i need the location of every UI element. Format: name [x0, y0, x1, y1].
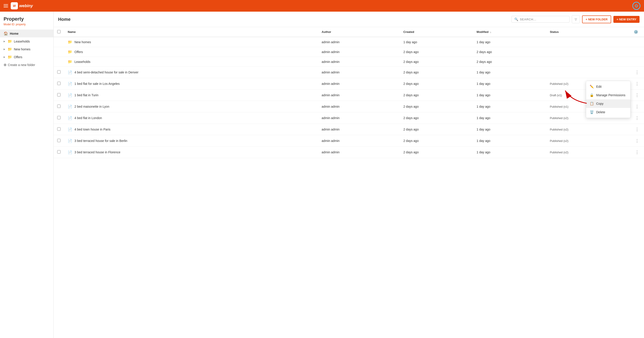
- col-status: Status: [546, 27, 630, 37]
- table-row: 📄 4 bed semi-detached house for sale in …: [54, 67, 644, 78]
- power-button[interactable]: ⏻: [632, 2, 640, 10]
- doc-icon: 📄: [68, 82, 72, 86]
- sidebar: Property Model ID: property 🏠 Home ▶ 📁 L…: [0, 12, 54, 338]
- logo-badge: W: [11, 2, 18, 10]
- manage-permissions-label: Manage Permissions: [596, 93, 626, 97]
- table-row: 📄 4 bed town house in Paris admin admin …: [54, 124, 644, 135]
- row-actions-cell: ⋮: [630, 112, 644, 124]
- table-row: 📄 1 bed flat for sale in Los Angeles adm…: [54, 78, 644, 90]
- table-row: 📄 2 bed maisonette in Lyon admin admin 2…: [54, 101, 644, 112]
- row-checkbox-cell: [54, 78, 64, 90]
- row-checkbox[interactable]: [57, 127, 60, 131]
- row-more-button[interactable]: ⋮: [634, 138, 640, 144]
- row-modified: 2 days ago: [473, 47, 546, 57]
- context-menu-manage-permissions[interactable]: 🔒 Manage Permissions: [586, 91, 630, 99]
- new-entry-button[interactable]: + NEW ENTRY: [614, 16, 640, 23]
- row-name-cell: 📄 1 bed flat in Turin: [64, 90, 318, 101]
- row-actions-cell: ⋮: [630, 101, 644, 112]
- context-menu-edit[interactable]: ✏️ Edit: [586, 82, 630, 91]
- entry-name[interactable]: New homes: [74, 40, 91, 44]
- doc-icon: 📄: [68, 127, 72, 132]
- row-created: 1 day ago: [400, 37, 473, 47]
- entry-name[interactable]: Offers: [74, 50, 83, 54]
- sidebar-model-id-value: property: [16, 23, 26, 26]
- entry-name[interactable]: 1 bed flat in Turin: [74, 93, 98, 97]
- folder-icon: 📁: [8, 55, 12, 59]
- search-input[interactable]: [520, 18, 567, 21]
- entry-name[interactable]: 4 bed semi-detached house for sale in De…: [74, 71, 138, 74]
- row-more-button[interactable]: ⋮: [634, 149, 640, 155]
- permissions-icon: 🔒: [590, 93, 594, 97]
- chevron-right-icon: ▶: [4, 56, 5, 58]
- row-name-cell: 📁 New homes: [64, 37, 318, 47]
- entry-name[interactable]: 4 bed flat in London: [74, 116, 102, 120]
- sidebar-item-home-label: Home: [10, 32, 18, 35]
- sidebar-item-new-homes[interactable]: ▶ 📁 New homes: [0, 45, 54, 53]
- col-name: Name: [64, 27, 318, 37]
- row-created: 2 days ago: [400, 57, 473, 67]
- row-checkbox[interactable]: [57, 139, 60, 142]
- sidebar-item-leaseholds[interactable]: ▶ 📁 Leaseholds: [0, 37, 54, 45]
- row-checkbox-cell: [54, 47, 64, 57]
- row-created: 2 days ago: [400, 47, 473, 57]
- row-created: 2 days ago: [400, 67, 473, 78]
- context-menu-delete[interactable]: 🗑️ Delete: [586, 108, 630, 116]
- select-all-checkbox[interactable]: [57, 30, 60, 33]
- row-actions-cell: [630, 57, 644, 67]
- row-actions-cell: ⋮: [630, 124, 644, 135]
- row-author: admin admin: [318, 47, 400, 57]
- row-checkbox[interactable]: [57, 105, 60, 108]
- row-more-button[interactable]: ⋮: [634, 92, 640, 98]
- table-row: 📁 New homes admin admin 1 day ago 1 day …: [54, 37, 644, 47]
- navbar-right: ⏻: [632, 2, 640, 10]
- entry-name[interactable]: 3 bed terraced house in Florence: [74, 150, 120, 154]
- row-more-button[interactable]: ⋮: [634, 104, 640, 109]
- table-row: 📄 4 bed flat in London admin admin 2 day…: [54, 112, 644, 124]
- entry-name[interactable]: Leaseholds: [74, 60, 90, 64]
- row-more-button[interactable]: ⋮: [634, 69, 640, 75]
- row-name-cell: 📁 Offers: [64, 47, 318, 57]
- doc-icon: 📄: [68, 150, 72, 154]
- row-more-button[interactable]: ⋮: [634, 81, 640, 87]
- row-checkbox[interactable]: [57, 116, 60, 119]
- row-created: 2 days ago: [400, 124, 473, 135]
- row-modified: 2 days ago: [473, 57, 546, 67]
- row-checkbox[interactable]: [57, 82, 60, 85]
- content-area: Home 🔍 ▽ + NEW FOLDER + NEW ENTRY: [54, 12, 644, 338]
- doc-icon: 📄: [68, 116, 72, 120]
- plus-circle-icon: ⊕: [4, 63, 6, 67]
- select-all-cell: [54, 27, 64, 37]
- search-box[interactable]: 🔍: [512, 16, 570, 23]
- row-more-button[interactable]: ⋮: [634, 126, 640, 132]
- row-created: 2 days ago: [400, 112, 473, 124]
- sidebar-item-offers[interactable]: ▶ 📁 Offers: [0, 53, 54, 61]
- entry-name[interactable]: 1 bed flat for sale in Los Angeles: [74, 82, 120, 86]
- row-author: admin admin: [318, 78, 400, 90]
- row-status: Published (v2): [546, 135, 630, 147]
- entry-name[interactable]: 3 bed terraced house for sale in Berlin: [74, 139, 128, 143]
- row-checkbox[interactable]: [57, 93, 60, 96]
- row-checkbox[interactable]: [57, 150, 60, 153]
- entry-name[interactable]: 4 bed town house in Paris: [74, 128, 110, 131]
- sidebar-item-offers-label: Offers: [14, 55, 22, 59]
- row-checkbox-cell: [54, 37, 64, 47]
- doc-icon: 📄: [68, 70, 72, 75]
- hamburger-menu-button[interactable]: [4, 4, 8, 8]
- row-modified: 1 day ago: [473, 78, 546, 90]
- row-author: admin admin: [318, 57, 400, 67]
- row-created: 2 days ago: [400, 101, 473, 112]
- table-row: 📁 Leaseholds admin admin 2 days ago 2 da…: [54, 57, 644, 67]
- context-menu-copy[interactable]: 📋 Copy: [586, 99, 630, 108]
- sidebar-title: Property: [0, 16, 54, 23]
- entry-name[interactable]: 2 bed maisonette in Lyon: [74, 105, 109, 108]
- sidebar-item-home[interactable]: 🏠 Home: [0, 30, 54, 37]
- row-checkbox[interactable]: [57, 70, 60, 74]
- row-more-button[interactable]: ⋮: [634, 115, 640, 121]
- row-name-cell: 📄 4 bed semi-detached house for sale in …: [64, 67, 318, 78]
- new-folder-button[interactable]: + NEW FOLDER: [582, 16, 611, 23]
- logo: W webiny: [11, 2, 33, 10]
- col-modified[interactable]: Modified ↓: [473, 27, 546, 37]
- settings-icon[interactable]: ⚙️: [634, 30, 638, 34]
- create-new-folder-button[interactable]: ⊕ Create a new folder: [0, 61, 54, 69]
- filter-button[interactable]: ▽: [572, 15, 580, 23]
